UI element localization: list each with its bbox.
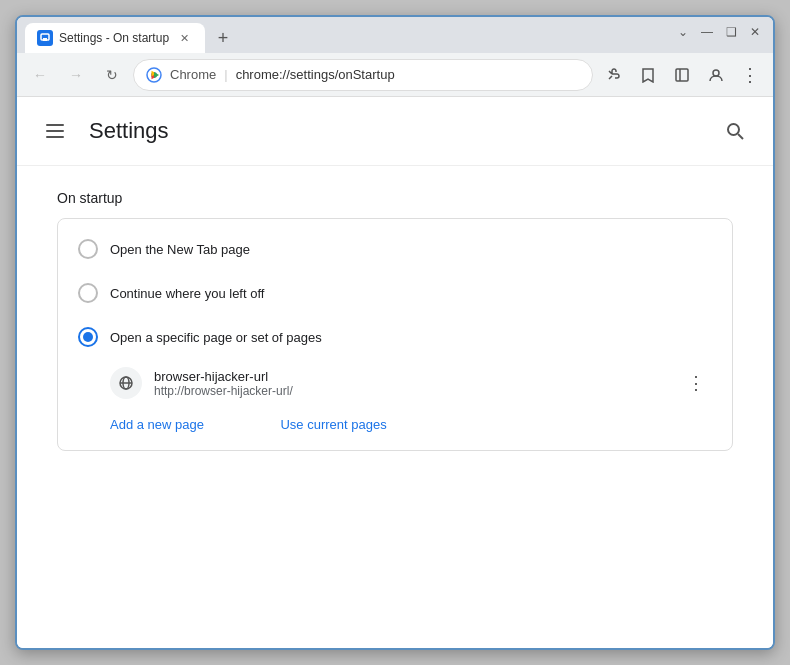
svg-point-6 (713, 70, 719, 76)
svg-rect-4 (676, 69, 688, 81)
startup-options-card: Open the New Tab page Continue where you… (57, 218, 733, 451)
radio-specific[interactable] (78, 327, 98, 347)
active-tab[interactable]: Settings - On startup ✕ (25, 23, 205, 53)
browser-toolbar: ← → ↻ Chrome | chrome://settings/onStart… (17, 53, 773, 97)
url-info: browser-hijacker-url http://browser-hija… (154, 369, 668, 398)
sidebar-button[interactable] (667, 60, 697, 90)
settings-header: Settings (17, 97, 773, 166)
settings-content: On startup Open the New Tab page Continu… (17, 166, 773, 475)
address-bar[interactable]: Chrome | chrome://settings/onStartup (133, 59, 593, 91)
add-new-page-button[interactable]: Add a new page (58, 407, 224, 442)
settings-container: Settings On startup Open the New Tab pag… (17, 97, 773, 648)
close-button[interactable]: ✕ (745, 22, 765, 42)
tab-close-button[interactable]: ✕ (175, 29, 193, 47)
new-tab-button[interactable]: + (209, 24, 237, 52)
address-url: chrome://settings/onStartup (236, 67, 395, 82)
option-specific-label: Open a specific page or set of pages (110, 330, 322, 345)
radio-new-tab[interactable] (78, 239, 98, 259)
window-controls: ⌄ — ❑ ✕ (673, 22, 765, 42)
url-entry-menu-button[interactable]: ⋮ (680, 367, 712, 399)
svg-rect-8 (46, 130, 64, 132)
url-entry: browser-hijacker-url http://browser-hija… (58, 359, 732, 407)
url-site-address: http://browser-hijacker-url/ (154, 384, 668, 398)
menu-button[interactable]: ⋮ (735, 60, 765, 90)
profile-button[interactable] (701, 60, 731, 90)
svg-line-11 (738, 134, 743, 139)
address-prefix: Chrome (170, 67, 216, 82)
back-button[interactable]: ← (25, 60, 55, 90)
page-title: Settings (89, 118, 701, 144)
option-new-tab-label: Open the New Tab page (110, 242, 250, 257)
hamburger-menu-button[interactable] (37, 113, 73, 149)
radio-selected-dot (83, 332, 93, 342)
address-separator: | (224, 67, 227, 82)
option-specific[interactable]: Open a specific page or set of pages (58, 315, 732, 359)
minimize-button[interactable]: — (697, 22, 717, 42)
svg-rect-1 (43, 38, 47, 41)
title-bar: Settings - On startup ✕ + ⌄ — ❑ ✕ (17, 17, 773, 53)
option-continue[interactable]: Continue where you left off (58, 271, 732, 315)
svg-rect-9 (46, 136, 64, 138)
reload-button[interactable]: ↻ (97, 60, 127, 90)
toolbar-actions: ⋮ (599, 60, 765, 90)
radio-continue[interactable] (78, 283, 98, 303)
browser-window: Settings - On startup ✕ + ⌄ — ❑ ✕ ← → ↻ (15, 15, 775, 650)
tab-title: Settings - On startup (59, 31, 169, 45)
option-new-tab[interactable]: Open the New Tab page (58, 227, 732, 271)
section-title: On startup (57, 190, 733, 206)
chrome-icon (146, 67, 162, 83)
svg-point-10 (728, 124, 739, 135)
url-site-name: browser-hijacker-url (154, 369, 668, 384)
search-settings-button[interactable] (717, 113, 753, 149)
maximize-button[interactable]: ❑ (721, 22, 741, 42)
tab-favicon (37, 30, 53, 46)
url-site-icon (110, 367, 142, 399)
forward-button[interactable]: → (61, 60, 91, 90)
cascade-button[interactable]: ⌄ (673, 22, 693, 42)
share-button[interactable] (599, 60, 629, 90)
use-current-pages-button[interactable]: Use current pages (228, 407, 406, 442)
svg-rect-7 (46, 124, 64, 126)
option-continue-label: Continue where you left off (110, 286, 264, 301)
bookmark-button[interactable] (633, 60, 663, 90)
